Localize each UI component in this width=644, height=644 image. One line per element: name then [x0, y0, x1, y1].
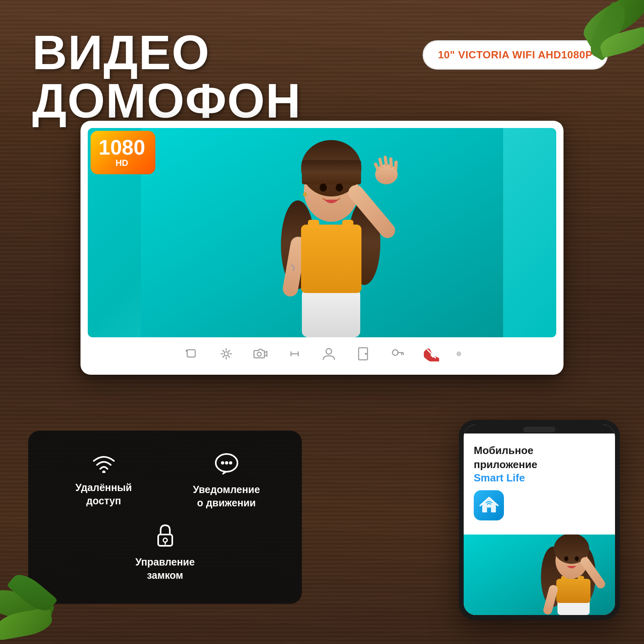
svg-rect-8	[342, 220, 353, 228]
svg-point-22	[303, 192, 307, 196]
svg-point-24	[224, 352, 228, 356]
svg-point-55	[564, 556, 568, 561]
svg-rect-4	[302, 289, 360, 337]
main-title-area: ВИДЕО ДОМОФОН	[32, 28, 301, 125]
svg-point-56	[575, 556, 579, 561]
wifi-icon	[92, 453, 116, 476]
app-title-line2: приложение	[474, 458, 605, 472]
svg-point-37	[102, 471, 105, 473]
title-line2: ДОМОФОН	[32, 76, 301, 125]
plant-decoration-top-right	[539, 0, 644, 89]
lock-icon	[154, 523, 176, 551]
feature-motion-notification: Уведомлениео движении	[171, 453, 282, 509]
home-icon-svg	[479, 495, 499, 516]
phone-notch-pill	[523, 427, 555, 432]
monitor-frame: 1080 HD	[80, 121, 564, 375]
ctrl-call[interactable]	[422, 345, 440, 363]
monitor-status-dot	[456, 351, 461, 356]
svg-rect-6	[301, 225, 361, 293]
phone-notch-bar	[464, 425, 615, 433]
svg-point-39	[221, 461, 224, 464]
app-name: Smart Life	[474, 472, 605, 484]
monitor-controls-bar	[88, 337, 556, 363]
svg-point-13	[320, 184, 327, 192]
ctrl-volume[interactable]	[183, 345, 201, 363]
hd-number: 1080	[99, 137, 145, 158]
title-line1: ВИДЕО	[32, 28, 301, 76]
svg-rect-7	[308, 220, 319, 228]
svg-rect-23	[187, 350, 195, 357]
svg-point-29	[326, 349, 332, 354]
monitor-device: 1080 HD	[80, 121, 564, 375]
ctrl-settings[interactable]	[217, 345, 235, 363]
ctrl-camera[interactable]	[251, 345, 269, 363]
svg-line-19	[391, 159, 391, 167]
phone-video-preview	[464, 535, 615, 615]
svg-point-40	[225, 461, 228, 464]
ctrl-lock[interactable]	[388, 345, 406, 363]
app-title-line1: Мобильное	[474, 444, 605, 458]
person-on-screen	[88, 128, 556, 337]
svg-point-25	[257, 352, 261, 356]
smart-life-icon[interactable]	[474, 490, 504, 520]
hd-badge: 1080 HD	[91, 131, 155, 174]
phone-preview-scene	[464, 535, 615, 615]
chat-icon	[215, 453, 239, 478]
phone-screen: Мобильное приложение Smart Life	[464, 425, 615, 615]
feature-lock-control-label: Управлениезамком	[135, 555, 195, 582]
phone-content: Мобильное приложение Smart Life	[464, 433, 615, 535]
feature-remote-access: Удалённыйдоступ	[48, 453, 159, 509]
svg-line-20	[396, 162, 396, 169]
phone-device: Мобильное приложение Smart Life	[459, 420, 620, 620]
svg-line-17	[380, 159, 382, 167]
svg-point-41	[229, 461, 232, 464]
monitor-screen	[88, 128, 556, 337]
svg-point-14	[336, 184, 343, 192]
plant-decoration-bottom-left	[0, 531, 89, 644]
feature-motion-notification-label: Уведомлениео движении	[193, 483, 260, 509]
ctrl-user[interactable]	[320, 345, 338, 363]
svg-rect-49	[556, 579, 590, 603]
feature-remote-access-label: Удалённыйдоступ	[75, 481, 132, 507]
svg-line-18	[385, 157, 386, 165]
svg-point-32	[392, 350, 398, 355]
svg-point-31	[365, 353, 367, 355]
svg-rect-12	[302, 160, 361, 184]
app-icon-container	[474, 490, 605, 520]
feature-lock-control: Управлениезамком	[135, 523, 195, 582]
ctrl-intercom[interactable]	[285, 345, 303, 363]
ctrl-door[interactable]	[354, 345, 372, 363]
hd-label: HD	[99, 158, 145, 168]
